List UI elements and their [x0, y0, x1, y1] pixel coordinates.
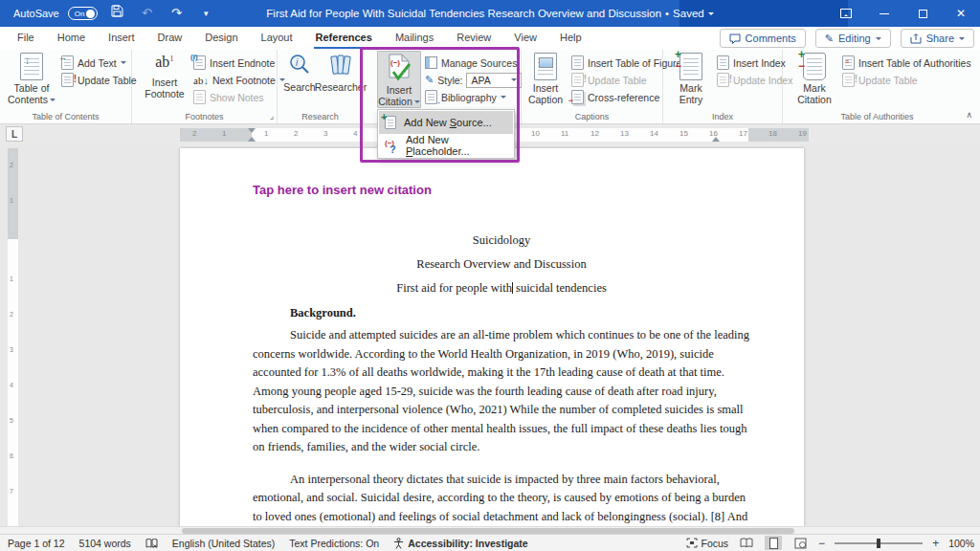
ruler-number: 7: [10, 488, 13, 495]
text-cursor: [512, 282, 513, 294]
ruler-number: 11: [561, 129, 568, 138]
collapse-ribbon-icon[interactable]: ∧: [966, 110, 972, 120]
left-indent-marker[interactable]: [248, 133, 256, 142]
next-footnote-button[interactable]: ab↓ Next Footnote: [193, 72, 285, 88]
update-table-button[interactable]: ! Update Table: [571, 72, 647, 88]
tab-file[interactable]: File: [6, 27, 46, 50]
comments-button[interactable]: Comments: [720, 29, 806, 48]
insert-endnote-button[interactable]: (i) Insert Endnote: [193, 55, 275, 71]
ribbon-tabs: FileHomeInsertDrawDesignLayoutReferences…: [0, 27, 593, 50]
group-label: Table of Contents: [0, 112, 131, 121]
tab-review[interactable]: Review: [445, 27, 502, 50]
restore-button[interactable]: [903, 0, 942, 27]
update-table-icon: !: [842, 73, 855, 87]
footnotes-dialog-launcher-icon[interactable]: ⌟: [270, 111, 274, 121]
share-button[interactable]: Share: [901, 29, 974, 48]
pencil-icon: ✎: [825, 33, 834, 45]
manage-sources-button[interactable]: Manage Sources: [425, 55, 517, 71]
tab-help[interactable]: Help: [548, 27, 593, 50]
redo-icon[interactable]: ↷: [166, 0, 187, 27]
print-layout-button[interactable]: [765, 536, 782, 550]
text-predictions-indicator[interactable]: Text Predictions: On: [289, 538, 379, 549]
ruler-number: 4: [10, 382, 13, 388]
minimize-button[interactable]: [865, 0, 903, 27]
ribbon-display-options-button[interactable]: [827, 0, 865, 27]
vertical-ruler[interactable]: 211234567: [8, 148, 18, 526]
tab-layout[interactable]: Layout: [250, 27, 304, 50]
insert-table-of-authorities-button[interactable]: ≡ Insert Table of Authorities: [842, 55, 971, 71]
word-count[interactable]: 5104 words: [79, 538, 131, 549]
autosave-toggle[interactable]: On: [68, 7, 99, 20]
ruler-number: 4: [353, 129, 357, 138]
tab-stop-selector[interactable]: L: [6, 126, 23, 142]
zoom-in-button[interactable]: +: [932, 538, 939, 549]
group-footnotes: ab1 InsertFootnote (i) Insert Endnote ab…: [132, 50, 278, 123]
insert-footnote-button[interactable]: ab1 InsertFootnote: [142, 55, 188, 99]
quick-access-menu-icon[interactable]: ▾: [195, 0, 216, 27]
insert-citation-button[interactable]: (−) InsertCitation: [377, 51, 421, 108]
table-of-contents-button[interactable]: ⋮ Table ofContents: [6, 53, 57, 105]
ruler-number: 18: [768, 129, 777, 138]
cross-reference-button[interactable]: − Cross-reference: [571, 89, 659, 105]
doc-title-line: Research Overview and Discussion: [253, 256, 750, 272]
ruler-number: 2: [294, 129, 298, 138]
editing-button[interactable]: ✎ Editing: [815, 29, 891, 48]
group-label: Table of Authorities: [783, 112, 971, 121]
insert-caption-button[interactable]: InsertCaption: [523, 53, 568, 105]
close-button[interactable]: ✕: [942, 0, 980, 27]
accessibility-status[interactable]: Accessibility: Investigate: [393, 538, 527, 549]
add-text-button[interactable]: → Add Text: [61, 55, 126, 71]
bibliography-button[interactable]: → Bibliography: [425, 89, 506, 105]
page-indicator[interactable]: Page 1 of 12: [8, 538, 65, 549]
menu-item-add-new-source[interactable]: + Add New Source...: [379, 111, 513, 134]
zoom-out-button[interactable]: −: [818, 538, 825, 549]
tab-view[interactable]: View: [502, 27, 548, 50]
mark-citation-button[interactable]: + − MarkCitation: [791, 53, 838, 105]
document-page[interactable]: Tap here to insert new citation Suicidol…: [180, 148, 804, 526]
mark-entry-button[interactable]: + − MarkEntry: [669, 53, 713, 105]
menu-item-add-new-placeholder[interactable]: (−)? Add New Placeholder...: [379, 134, 513, 157]
zoom-slider[interactable]: [835, 542, 923, 544]
share-icon: [910, 33, 922, 44]
tab-draw[interactable]: Draw: [146, 27, 194, 50]
proofing-icon[interactable]: [145, 538, 158, 549]
horizontal-scrollbar[interactable]: [0, 526, 980, 534]
focus-button[interactable]: Focus: [686, 538, 729, 549]
zoom-slider-thumb[interactable]: [877, 539, 880, 548]
table-of-contents-icon: ⋮: [20, 53, 43, 80]
add-new-placeholder-icon: (−)?: [385, 139, 398, 153]
read-mode-button[interactable]: [738, 536, 755, 550]
search-button[interactable]: i Search: [279, 53, 320, 93]
tab-home[interactable]: Home: [46, 27, 97, 50]
tab-design[interactable]: Design: [193, 27, 249, 50]
update-index-button[interactable]: ! Update Index: [717, 72, 792, 88]
insert-footnote-icon: ab1: [155, 55, 174, 70]
style-dropdown[interactable]: APA: [466, 73, 522, 88]
group-research: i Search Researcher Research: [278, 50, 364, 123]
zoom-level[interactable]: 100%: [948, 538, 974, 549]
group-label: Index: [663, 112, 782, 121]
researcher-icon: [328, 53, 353, 77]
titlebar: AutoSave On ↶ ↷ ▾ First Aid for People W…: [0, 0, 980, 27]
update-table-button[interactable]: ! Update Table: [61, 72, 137, 88]
paragraph: An interpersonal theory dictates that su…: [253, 471, 750, 527]
insert-citation-icon: (−): [388, 54, 412, 83]
insert-index-button[interactable]: Insert Index: [717, 55, 786, 71]
update-table-button[interactable]: ! Update Table: [842, 72, 918, 88]
save-icon[interactable]: [106, 0, 127, 27]
researcher-button[interactable]: Researcher: [318, 53, 364, 93]
document-area: 211234567 Tap here to insert new citatio…: [0, 145, 980, 526]
tab-insert[interactable]: Insert: [97, 27, 146, 50]
chevron-down-icon: [121, 61, 126, 67]
mark-entry-icon: + −: [679, 53, 702, 80]
update-table-icon: !: [61, 73, 74, 87]
tab-mailings[interactable]: Mailings: [384, 27, 445, 50]
tab-references[interactable]: References: [304, 27, 384, 50]
undo-icon[interactable]: ↶: [136, 0, 157, 27]
style-pen-icon: ✎: [425, 74, 434, 86]
mark-citation-icon: + −: [803, 53, 826, 80]
language-indicator[interactable]: English (United States): [172, 538, 275, 549]
web-layout-button[interactable]: [791, 536, 809, 550]
saved-status[interactable]: Saved: [673, 8, 704, 19]
show-notes-button[interactable]: Show Notes: [193, 89, 264, 105]
